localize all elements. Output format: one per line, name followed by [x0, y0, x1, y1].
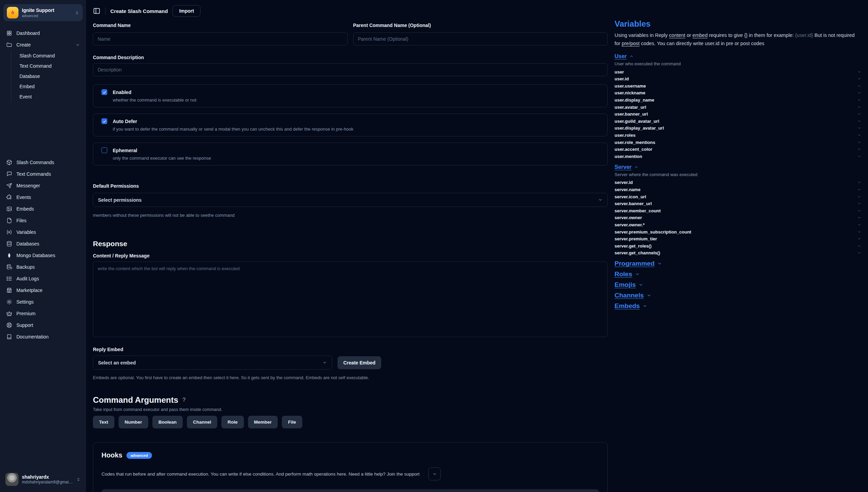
variable-row[interactable]: server.owner	[615, 214, 861, 222]
chevron-down-icon	[857, 84, 861, 88]
chevron-down-icon	[638, 282, 643, 287]
sidebar-item[interactable]: Backups	[3, 261, 83, 273]
checkbox[interactable]	[101, 118, 107, 124]
variable-row[interactable]: user.mention	[615, 153, 861, 160]
sidebar-nav-main: Slash Commands Text Commands Messenger E…	[3, 157, 83, 343]
reply-content-textarea[interactable]	[93, 262, 608, 337]
checkbox[interactable]	[101, 89, 107, 95]
sidebar-item[interactable]: Files	[3, 215, 83, 226]
sidebar-item-create[interactable]: Create	[3, 39, 83, 51]
permissions-select[interactable]: Select permissions	[93, 193, 608, 207]
folder-icon	[6, 42, 12, 48]
checkbox[interactable]	[101, 147, 107, 153]
sidebar-item[interactable]: Databases	[3, 238, 83, 250]
sidebar-toggle-button[interactable]	[93, 7, 100, 15]
toggle-label: Ephemeral	[113, 148, 137, 153]
variable-row[interactable]: user.username	[615, 82, 861, 90]
command-description-input[interactable]	[93, 63, 608, 76]
sidebar-item[interactable]: Events	[3, 191, 83, 203]
variable-row[interactable]: server.get_channels()	[615, 250, 861, 257]
variable-row[interactable]: server.get_roles()	[615, 242, 861, 250]
divider	[105, 7, 106, 15]
variable-row[interactable]: user.accent_color	[615, 146, 861, 153]
variable-row[interactable]: user.display_name	[615, 96, 861, 104]
command-name-input[interactable]	[93, 32, 348, 45]
sidebar-item[interactable]: Audit Logs	[3, 273, 83, 284]
variable-row[interactable]: user.banner_url	[615, 110, 861, 118]
user-name: shahriyardx	[22, 474, 73, 480]
collapsed-section-header[interactable]: Roles	[615, 270, 861, 278]
user-account-selector[interactable]: shahriyardx mdshahriyaralam9@gmail.c...	[3, 471, 83, 488]
crown-icon	[6, 310, 12, 317]
chevron-down-icon	[857, 147, 861, 151]
variable-row[interactable]: user.role_mentions	[615, 139, 861, 146]
sidebar-item[interactable]: Messenger	[3, 180, 83, 191]
embed-select[interactable]: Select an embed	[93, 356, 332, 370]
argument-type-button[interactable]: Boolean	[152, 416, 183, 428]
hooks-collapse-button[interactable]	[428, 467, 441, 480]
sidebar-item-dashboard[interactable]: Dashboard	[3, 27, 83, 39]
sidebar-item[interactable]: Marketplace	[3, 284, 83, 296]
chevrons-up-down-icon	[75, 11, 79, 15]
user-email: mdshahriyaralam9@gmail.c...	[22, 480, 73, 484]
parent-command-name-input[interactable]	[353, 32, 608, 45]
server-variable-list: server.id server.name server.icon_url se…	[615, 179, 861, 257]
sidebar-item[interactable]: Embeds	[3, 203, 83, 215]
variable-row[interactable]: server.premium_tier	[615, 235, 861, 242]
variable-row[interactable]: user.avatar_url	[615, 104, 861, 111]
collapsed-section-header[interactable]: Programmed	[615, 260, 861, 267]
sidebar-item[interactable]: Support	[3, 319, 83, 331]
sidebar-subitem[interactable]: Database	[18, 71, 83, 81]
variable-name: user.display_avatar_url	[615, 125, 664, 131]
variables-panel: Variables Using variables in Reply conte…	[615, 0, 868, 492]
sidebar-subitem[interactable]: Event	[18, 92, 83, 102]
sidebar-subitem[interactable]: Text Command	[18, 61, 83, 71]
variable-row[interactable]: user.guild_avatar_url	[615, 118, 861, 125]
variable-name: server.owner.*	[615, 222, 645, 227]
argument-type-button[interactable]: File	[282, 416, 302, 428]
variable-row[interactable]: server.owner.*	[615, 221, 861, 228]
user-section-header[interactable]: User	[615, 53, 634, 59]
variable-row[interactable]: user	[615, 68, 861, 76]
variable-row[interactable]: server.banner_url	[615, 200, 861, 207]
chevron-down-icon	[647, 293, 651, 298]
variable-row[interactable]: server.premium_subscription_count	[615, 228, 861, 236]
sidebar-subitem[interactable]: Embed	[18, 81, 83, 92]
sidebar-item-label: Create	[16, 42, 71, 48]
sidebar-item-label: Embeds	[16, 206, 80, 212]
variable-row[interactable]: user.id	[615, 75, 861, 82]
variable-row[interactable]: server.member_count	[615, 207, 861, 214]
server-section-header[interactable]: Server	[615, 164, 638, 170]
sidebar-item[interactable]: Text Commands	[3, 168, 83, 180]
sidebar-item[interactable]: Slash Commands	[3, 157, 83, 168]
collapsed-section-header[interactable]: Emojis	[615, 281, 861, 289]
user-section-description: User who executed the command	[615, 61, 861, 66]
create-embed-button[interactable]: Create Embed	[337, 356, 381, 369]
argument-type-button[interactable]: Member	[248, 416, 278, 428]
argument-type-button[interactable]: Number	[119, 416, 148, 428]
sidebar-item[interactable]: Mongo Databases	[3, 250, 83, 261]
variable-row[interactable]: server.name	[615, 186, 861, 193]
variable-row[interactable]: server.icon_url	[615, 193, 861, 200]
collapsed-sections: Programmed Roles Emojis Channels Embeds	[615, 260, 861, 310]
argument-type-button[interactable]: Channel	[187, 416, 217, 428]
variable-row[interactable]: user.roles	[615, 132, 861, 139]
sidebar-item[interactable]: Documentation	[3, 331, 83, 343]
variables-title: Variables	[615, 19, 861, 29]
sidebar-item-label: Mongo Databases	[16, 253, 80, 258]
variable-row[interactable]: server.id	[615, 179, 861, 186]
argument-type-button[interactable]: Text	[93, 416, 114, 428]
sidebar-subitem[interactable]: Slash Command	[18, 51, 83, 61]
import-button[interactable]: Import	[173, 5, 201, 17]
chevron-down-icon	[857, 251, 861, 255]
collapsed-section-header[interactable]: Channels	[615, 292, 861, 299]
workspace-selector[interactable]: Ignite Support advanced	[3, 4, 83, 21]
collapsed-section-header[interactable]: Embeds	[615, 302, 861, 310]
variable-row[interactable]: user.display_avatar_url	[615, 125, 861, 132]
sidebar-item[interactable]: Variables	[3, 226, 83, 238]
argument-type-button[interactable]: Role	[221, 416, 244, 428]
sidebar-item[interactable]: Settings	[3, 296, 83, 308]
help-question-mark-icon[interactable]: ?	[182, 397, 185, 403]
sidebar-item[interactable]: Premium	[3, 308, 83, 319]
variable-row[interactable]: user.nickname	[615, 90, 861, 97]
